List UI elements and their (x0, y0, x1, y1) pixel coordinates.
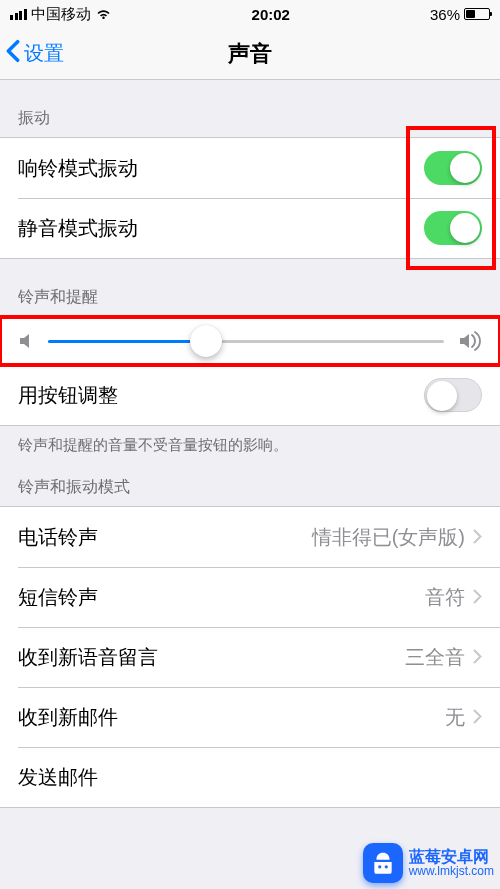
send-mail-label: 发送邮件 (18, 764, 482, 791)
back-label: 设置 (24, 40, 64, 67)
button-adjust-footer: 铃声和提醒的音量不受音量按钮的影响。 (0, 426, 500, 455)
text-tone-cell[interactable]: 短信铃声 音符 (0, 567, 500, 627)
wifi-icon (95, 6, 112, 23)
battery-pct: 36% (430, 6, 460, 23)
button-adjust-label: 用按钮调整 (18, 382, 424, 409)
new-voicemail-cell[interactable]: 收到新语音留言 三全音 (0, 627, 500, 687)
ringtone-label: 电话铃声 (18, 524, 312, 551)
new-mail-cell[interactable]: 收到新邮件 无 (0, 687, 500, 747)
signal-icon (10, 9, 27, 20)
status-right: 36% (430, 6, 490, 23)
chevron-left-icon (6, 39, 20, 68)
volume-slider[interactable] (48, 340, 444, 343)
vibration-group: 响铃模式振动 静音模式振动 (0, 137, 500, 259)
new-voicemail-value: 三全音 (405, 644, 465, 671)
volume-slider-thumb[interactable] (190, 325, 222, 357)
chevron-right-icon (473, 586, 482, 609)
chevron-right-icon (473, 526, 482, 549)
volume-slider-cell[interactable] (0, 317, 500, 365)
button-adjust-toggle[interactable] (424, 378, 482, 412)
new-voicemail-label: 收到新语音留言 (18, 644, 405, 671)
status-bar: 中国移动 20:02 36% (0, 0, 500, 28)
ring-vibrate-label: 响铃模式振动 (18, 155, 424, 182)
new-mail-value: 无 (445, 704, 465, 731)
volume-high-icon (458, 331, 482, 351)
text-tone-label: 短信铃声 (18, 584, 425, 611)
watermark-url: www.lmkjst.com (409, 865, 494, 878)
chevron-right-icon (473, 706, 482, 729)
silent-vibrate-toggle[interactable] (424, 211, 482, 245)
section-header-ringtone-pattern: 铃声和振动模式 (0, 455, 500, 506)
section-header-ringtone-reminder: 铃声和提醒 (0, 259, 500, 316)
button-adjust-cell[interactable]: 用按钮调整 (0, 365, 500, 425)
status-left: 中国移动 (10, 5, 112, 24)
ring-vibrate-toggle[interactable] (424, 151, 482, 185)
watermark: 蓝莓安卓网 www.lmkjst.com (363, 843, 494, 883)
carrier-label: 中国移动 (31, 5, 91, 24)
ringtone-value: 情非得已(女声版) (312, 524, 465, 551)
volume-low-icon (18, 332, 34, 350)
watermark-icon (363, 843, 403, 883)
send-mail-cell[interactable]: 发送邮件 (0, 747, 500, 807)
battery-icon (464, 8, 490, 20)
ring-vibrate-cell[interactable]: 响铃模式振动 (0, 138, 500, 198)
ringtone-reminder-group: 用按钮调整 (0, 316, 500, 426)
silent-vibrate-cell[interactable]: 静音模式振动 (0, 198, 500, 258)
ringtone-cell[interactable]: 电话铃声 情非得已(女声版) (0, 507, 500, 567)
watermark-name: 蓝莓安卓网 (409, 848, 494, 866)
silent-vibrate-label: 静音模式振动 (18, 215, 424, 242)
new-mail-label: 收到新邮件 (18, 704, 445, 731)
ringtone-pattern-group: 电话铃声 情非得已(女声版) 短信铃声 音符 收到新语音留言 三全音 收到新邮件… (0, 506, 500, 808)
section-header-vibration: 振动 (0, 80, 500, 137)
back-button[interactable]: 设置 (0, 39, 64, 68)
text-tone-value: 音符 (425, 584, 465, 611)
page-title: 声音 (0, 39, 500, 69)
status-time: 20:02 (252, 6, 290, 23)
chevron-right-icon (473, 646, 482, 669)
nav-bar: 设置 声音 (0, 28, 500, 80)
